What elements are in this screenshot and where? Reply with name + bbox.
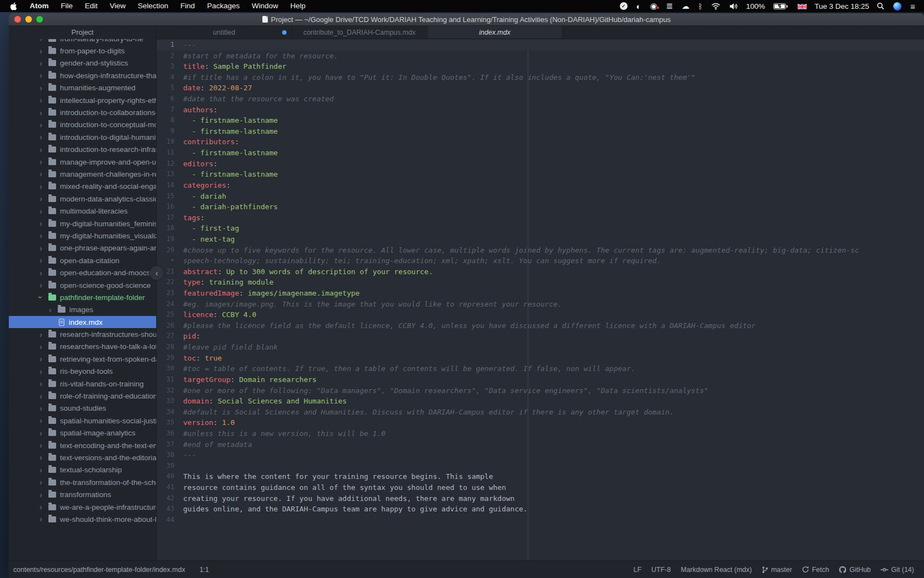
- editor-line[interactable]: 25licence: CCBY 4.0: [157, 309, 924, 320]
- stack-icon[interactable]: ≣: [662, 1, 678, 11]
- tree-item-gender-and-stylistics[interactable]: ›gender-and-stylistics: [9, 57, 156, 69]
- editor-line[interactable]: 19 - next-tag: [157, 234, 924, 245]
- menu-window[interactable]: Window: [246, 2, 284, 10]
- status-master[interactable]: master: [762, 566, 792, 574]
- tree-item-intellectual-property-rights-ethica[interactable]: ›intellectual-property-rights-ethica: [9, 94, 156, 106]
- tree-item-text-encoding-and-the-text-encod[interactable]: ›text-encoding-and-the-text-encod: [9, 439, 156, 451]
- volume-icon[interactable]: [725, 3, 743, 10]
- tree-item-images[interactable]: ›images: [9, 304, 156, 316]
- editor-line[interactable]: 44: [157, 515, 924, 526]
- tree-item-from-paper-to-digits[interactable]: ›from-paper-to-digits: [9, 45, 156, 57]
- tree-item-mixed-reality-and-social-engagem[interactable]: ›mixed-reality-and-social-engagem: [9, 181, 156, 193]
- tree-item-researchers-have-to-talk-a-lot[interactable]: ›researchers-have-to-talk-a-lot: [9, 341, 156, 353]
- status-github[interactable]: GitHub: [839, 566, 871, 574]
- tab-untitled[interactable]: untitled: [157, 26, 292, 39]
- editor-line[interactable]: 12editors:: [157, 159, 924, 170]
- screen-record-icon[interactable]: ◉: [646, 1, 662, 11]
- tree-item-index-mdx[interactable]: index.mdx: [9, 316, 156, 328]
- tree-item-pathfinder-template-folder[interactable]: ›pathfinder-template-folder: [9, 291, 156, 303]
- editor-line[interactable]: 33domain: Social Sciences and Humanities: [157, 396, 924, 407]
- editor-line[interactable]: 16 - dariah-pathfinders: [157, 201, 924, 212]
- tree-item-spatial-image-analytics[interactable]: ›spatial-image-analytics: [9, 427, 156, 439]
- status-fetch[interactable]: Fetch: [802, 566, 829, 574]
- menu-edit[interactable]: Edit: [79, 2, 103, 10]
- editor-line[interactable]: 8 - firstname-lastname: [157, 115, 924, 126]
- tree-item-open-data-citation[interactable]: ›open-data-citation: [9, 254, 156, 266]
- tree-item-ris-beyond-tools[interactable]: ›ris-beyond-tools: [9, 366, 156, 378]
- editor-line[interactable]: 11 - firstname-lastname: [157, 148, 924, 159]
- editor-line[interactable]: •speech-technology; sustainability; tei;…: [157, 255, 924, 266]
- tree-item-one-phrase-appears-again-and-a[interactable]: ›one-phrase-appears-again-and-a: [9, 242, 156, 254]
- editor-line[interactable]: 38---: [157, 450, 924, 461]
- tree-item-my-digital-humanities-feminist-re[interactable]: ›my-digital-humanities_feminist-re: [9, 217, 156, 230]
- tree-item-retrieving-text-from-spoken-data[interactable]: ›retrieving-text-from-spoken-data: [9, 353, 156, 365]
- editor-line[interactable]: 23featuredImage: images/imagename.imaget…: [157, 288, 924, 299]
- editor-line[interactable]: 41resource contains guidance on all of t…: [157, 482, 924, 493]
- editor-line[interactable]: 42creating your resource. If you have ad…: [157, 493, 924, 504]
- menu-bar-clock[interactable]: Tue 3 Dec 18:25: [811, 2, 872, 10]
- editor-line[interactable]: 17tags:: [157, 212, 924, 223]
- tab-index-mdx[interactable]: index.mdx: [427, 26, 563, 39]
- tree-item-transformations[interactable]: ›transformations: [9, 488, 156, 500]
- editor-line[interactable]: 36#unless this is a new version, this wi…: [157, 428, 924, 439]
- tree-item-we-are-a-people-infrastructure[interactable]: ›we-are-a-people-infrastructure: [9, 501, 156, 513]
- status-lf[interactable]: LF: [634, 566, 642, 574]
- editor-line[interactable]: 35version: 1.0: [157, 417, 924, 428]
- editor-line[interactable]: 29toc: true: [157, 353, 924, 364]
- tree-item-sound-studies[interactable]: ›sound-studies: [9, 402, 156, 415]
- spotlight-search-icon[interactable]: [872, 2, 889, 10]
- minimize-window-button[interactable]: [25, 16, 32, 23]
- tree-item-multimodal-literacies[interactable]: ›multimodal-literacies: [9, 205, 156, 217]
- text-editor[interactable]: 1---2#start of metadata for the resource…: [157, 39, 924, 560]
- tree-item-introduction-to-digital-humanities[interactable]: ›introduction-to-digital-humanities: [9, 131, 156, 143]
- editor-line[interactable]: 26#please the licence field as the defau…: [157, 320, 924, 331]
- editor-line[interactable]: 20#choose up to five keywords for the re…: [157, 245, 924, 256]
- editor-line[interactable]: 34#default is Social Sciences and Humani…: [157, 407, 924, 418]
- tree-item-modern-data-analytics-classical-c[interactable]: ›modern-data-analytics-classical-c: [9, 193, 156, 205]
- editor-line[interactable]: 2#start of metadata for the resource.: [157, 51, 924, 62]
- uk-flag-icon[interactable]: [793, 3, 811, 9]
- status-utf-8[interactable]: UTF-8: [651, 566, 670, 574]
- status-markdown-react-mdx[interactable]: Markdown React (mdx): [681, 566, 752, 574]
- tree-item-from-literary-history-to-ne[interactable]: ›from-literary-history-to-ne: [9, 39, 156, 45]
- menu-view[interactable]: View: [104, 2, 132, 10]
- tree-item-the-transformation-of-the-scholar[interactable]: ›the-transformation-of-the-scholar: [9, 476, 156, 488]
- editor-line[interactable]: 22type: training module: [157, 277, 924, 288]
- tree-item-introduction-to-research-infrastru[interactable]: ›introduction-to-research-infrastru: [9, 144, 156, 156]
- tree-item-research-infrastructures-should-i[interactable]: ›research-infrastructures-should-i: [9, 328, 156, 340]
- editor-line[interactable]: 32#one or more of the following: "Data m…: [157, 385, 924, 396]
- editor-line[interactable]: 27pid:: [157, 331, 924, 342]
- editor-line[interactable]: 10contributors:: [157, 137, 924, 148]
- tree-item-ris-vital-hands-on-training[interactable]: ›ris-vital-hands-on-training: [9, 378, 156, 390]
- editor-line[interactable]: 4#if title has a colon in it, you have t…: [157, 72, 924, 83]
- tree-item-management-challenges-in-resea[interactable]: ›management-challenges-in-resea: [9, 168, 156, 180]
- editor-line[interactable]: 40This is where the content for your tra…: [157, 471, 924, 482]
- battery-icon[interactable]: ↯: [768, 3, 793, 9]
- menu-help[interactable]: Help: [284, 2, 312, 10]
- tree-view-toggle-handle[interactable]: ‹: [149, 265, 164, 281]
- menu-selection[interactable]: Selection: [132, 2, 175, 10]
- tree-item-how-design-infrastructure-that-co[interactable]: ›how-design-infrastructure-that-co: [9, 69, 156, 81]
- cloud-sync-icon[interactable]: ☁: [678, 2, 694, 10]
- tree-item-my-digital-humanities-visualizing[interactable]: ›my-digital-humanities_visualizing-: [9, 230, 156, 242]
- menu-file[interactable]: File: [55, 2, 79, 10]
- editor-line[interactable]: 6#date that the resource was created: [157, 94, 924, 105]
- half-circle-icon[interactable]: ◐: [632, 2, 646, 11]
- editor-line[interactable]: 30#toc = table of contents. If true, the…: [157, 363, 924, 374]
- notification-center-icon[interactable]: ≡: [906, 2, 920, 11]
- close-window-button[interactable]: [14, 16, 21, 23]
- tree-item-manage-improve-and-open-up-yc[interactable]: ›manage-improve-and-open-up-yc: [9, 156, 156, 168]
- tree-item-open-science-good-science[interactable]: ›open-science-good-science: [9, 279, 156, 291]
- bluetooth-icon[interactable]: ᛒ: [694, 2, 707, 10]
- tree-item-we-should-think-more-about-lear[interactable]: ›we-should-think-more-about-lear: [9, 513, 156, 525]
- editor-line[interactable]: 37#end of metadata: [157, 439, 924, 450]
- tree-item-open-education-and-moocs[interactable]: ›open-education-and-moocs: [9, 266, 156, 279]
- editor-line[interactable]: 39: [157, 461, 924, 472]
- tree-item-introduction-to-conceptual-model[interactable]: ›introduction-to-conceptual-model: [9, 119, 156, 131]
- cursor-position[interactable]: 1:1: [200, 566, 209, 574]
- editor-line[interactable]: 28#leave pid field blank: [157, 342, 924, 353]
- tab-contribute-to-dariah-campus-mdx[interactable]: contribute_to_DARIAH-Campus.mdx: [292, 26, 427, 39]
- editor-line[interactable]: 43guides online, and the DARIAH-Campus t…: [157, 504, 924, 515]
- editor-line[interactable]: 14categories:: [157, 180, 924, 191]
- editor-line[interactable]: 1---: [157, 40, 924, 51]
